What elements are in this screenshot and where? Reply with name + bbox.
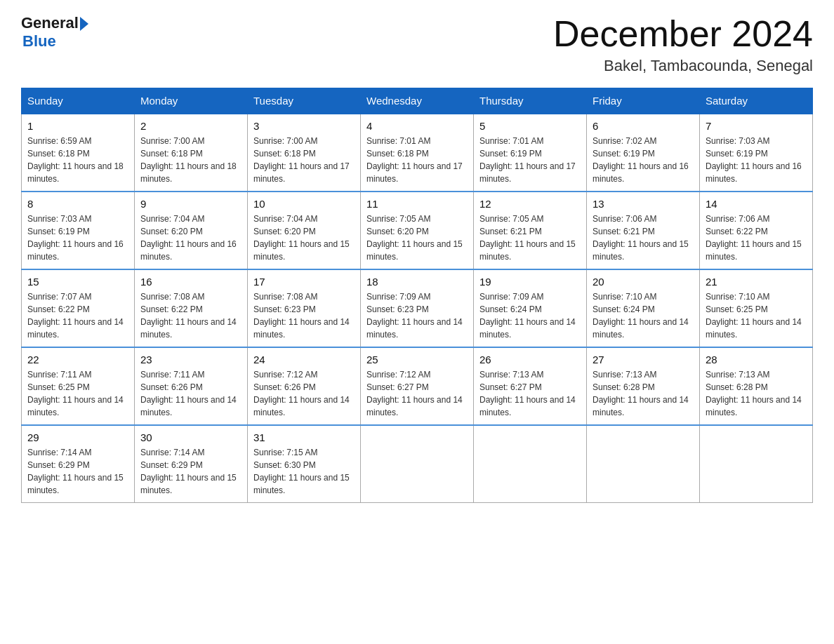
day-info: Sunrise: 7:02 AMSunset: 6:19 PMDaylight:… bbox=[593, 135, 694, 185]
day-info: Sunrise: 7:14 AMSunset: 6:29 PMDaylight:… bbox=[27, 446, 128, 497]
calendar-cell: 3 Sunrise: 7:00 AMSunset: 6:18 PMDayligh… bbox=[248, 114, 361, 192]
day-info: Sunrise: 7:12 AMSunset: 6:26 PMDaylight:… bbox=[253, 368, 355, 419]
calendar-cell: 22 Sunrise: 7:11 AMSunset: 6:25 PMDaylig… bbox=[22, 347, 135, 425]
calendar-cell: 27 Sunrise: 7:13 AMSunset: 6:28 PMDaylig… bbox=[587, 347, 700, 425]
calendar-cell: 8 Sunrise: 7:03 AMSunset: 6:19 PMDayligh… bbox=[22, 192, 135, 269]
day-number: 4 bbox=[366, 120, 468, 132]
day-number: 15 bbox=[27, 276, 128, 288]
calendar-cell: 13 Sunrise: 7:06 AMSunset: 6:21 PMDaylig… bbox=[587, 192, 700, 269]
day-number: 29 bbox=[27, 431, 128, 443]
calendar-cell: 25 Sunrise: 7:12 AMSunset: 6:27 PMDaylig… bbox=[361, 347, 474, 425]
calendar-cell: 21 Sunrise: 7:10 AMSunset: 6:25 PMDaylig… bbox=[700, 269, 813, 347]
day-number: 14 bbox=[706, 198, 807, 210]
day-number: 9 bbox=[140, 198, 241, 210]
day-number: 17 bbox=[253, 276, 355, 288]
day-info: Sunrise: 7:03 AMSunset: 6:19 PMDaylight:… bbox=[706, 135, 807, 185]
day-number: 2 bbox=[140, 120, 241, 132]
day-number: 20 bbox=[593, 276, 694, 288]
col-header-wednesday: Wednesday bbox=[361, 88, 474, 114]
week-row-2: 8 Sunrise: 7:03 AMSunset: 6:19 PMDayligh… bbox=[22, 192, 813, 269]
day-info: Sunrise: 7:04 AMSunset: 6:20 PMDaylight:… bbox=[140, 213, 241, 263]
day-number: 13 bbox=[593, 198, 694, 210]
day-info: Sunrise: 7:11 AMSunset: 6:25 PMDaylight:… bbox=[27, 368, 128, 419]
day-number: 12 bbox=[479, 198, 581, 210]
week-row-4: 22 Sunrise: 7:11 AMSunset: 6:25 PMDaylig… bbox=[22, 347, 813, 425]
day-info: Sunrise: 7:15 AMSunset: 6:30 PMDaylight:… bbox=[253, 446, 355, 497]
calendar-cell: 24 Sunrise: 7:12 AMSunset: 6:26 PMDaylig… bbox=[248, 347, 361, 425]
week-row-1: 1 Sunrise: 6:59 AMSunset: 6:18 PMDayligh… bbox=[22, 114, 813, 192]
logo-blue-text: Blue bbox=[22, 32, 56, 51]
day-info: Sunrise: 7:01 AMSunset: 6:19 PMDaylight:… bbox=[479, 135, 581, 185]
day-info: Sunrise: 7:08 AMSunset: 6:22 PMDaylight:… bbox=[140, 290, 241, 341]
day-number: 5 bbox=[479, 120, 581, 132]
calendar-cell: 10 Sunrise: 7:04 AMSunset: 6:20 PMDaylig… bbox=[248, 192, 361, 269]
calendar-cell: 28 Sunrise: 7:13 AMSunset: 6:28 PMDaylig… bbox=[700, 347, 813, 425]
calendar-cell: 4 Sunrise: 7:01 AMSunset: 6:18 PMDayligh… bbox=[361, 114, 474, 192]
day-number: 30 bbox=[140, 431, 241, 443]
day-number: 10 bbox=[253, 198, 355, 210]
calendar-cell: 29 Sunrise: 7:14 AMSunset: 6:29 PMDaylig… bbox=[22, 425, 135, 503]
day-info: Sunrise: 7:06 AMSunset: 6:22 PMDaylight:… bbox=[706, 213, 807, 263]
calendar-cell bbox=[700, 425, 813, 503]
day-info: Sunrise: 7:10 AMSunset: 6:24 PMDaylight:… bbox=[593, 290, 694, 341]
day-number: 3 bbox=[253, 120, 355, 132]
day-number: 6 bbox=[593, 120, 694, 132]
day-info: Sunrise: 7:00 AMSunset: 6:18 PMDaylight:… bbox=[253, 135, 355, 185]
day-info: Sunrise: 7:08 AMSunset: 6:23 PMDaylight:… bbox=[253, 290, 355, 341]
day-info: Sunrise: 7:01 AMSunset: 6:18 PMDaylight:… bbox=[366, 135, 468, 185]
calendar-cell: 7 Sunrise: 7:03 AMSunset: 6:19 PMDayligh… bbox=[700, 114, 813, 192]
day-number: 28 bbox=[706, 354, 807, 365]
day-info: Sunrise: 7:13 AMSunset: 6:27 PMDaylight:… bbox=[479, 368, 581, 419]
calendar-cell: 16 Sunrise: 7:08 AMSunset: 6:22 PMDaylig… bbox=[135, 269, 248, 347]
calendar-cell: 9 Sunrise: 7:04 AMSunset: 6:20 PMDayligh… bbox=[135, 192, 248, 269]
day-info: Sunrise: 7:09 AMSunset: 6:23 PMDaylight:… bbox=[366, 290, 468, 341]
col-header-monday: Monday bbox=[135, 88, 248, 114]
day-info: Sunrise: 7:06 AMSunset: 6:21 PMDaylight:… bbox=[593, 213, 694, 263]
col-header-saturday: Saturday bbox=[700, 88, 813, 114]
week-row-3: 15 Sunrise: 7:07 AMSunset: 6:22 PMDaylig… bbox=[22, 269, 813, 347]
logo-general-text: General bbox=[21, 14, 79, 32]
day-number: 7 bbox=[706, 120, 807, 132]
day-info: Sunrise: 6:59 AMSunset: 6:18 PMDaylight:… bbox=[27, 135, 128, 185]
day-info: Sunrise: 7:03 AMSunset: 6:19 PMDaylight:… bbox=[27, 213, 128, 263]
calendar-cell: 12 Sunrise: 7:05 AMSunset: 6:21 PMDaylig… bbox=[474, 192, 587, 269]
day-info: Sunrise: 7:11 AMSunset: 6:26 PMDaylight:… bbox=[140, 368, 241, 419]
calendar-cell: 5 Sunrise: 7:01 AMSunset: 6:19 PMDayligh… bbox=[474, 114, 587, 192]
col-header-thursday: Thursday bbox=[474, 88, 587, 114]
day-info: Sunrise: 7:12 AMSunset: 6:27 PMDaylight:… bbox=[366, 368, 468, 419]
day-info: Sunrise: 7:10 AMSunset: 6:25 PMDaylight:… bbox=[706, 290, 807, 341]
day-number: 19 bbox=[479, 276, 581, 288]
week-row-5: 29 Sunrise: 7:14 AMSunset: 6:29 PMDaylig… bbox=[22, 425, 813, 503]
day-number: 18 bbox=[366, 276, 468, 288]
calendar-cell: 18 Sunrise: 7:09 AMSunset: 6:23 PMDaylig… bbox=[361, 269, 474, 347]
calendar-cell: 1 Sunrise: 6:59 AMSunset: 6:18 PMDayligh… bbox=[22, 114, 135, 192]
day-number: 26 bbox=[479, 354, 581, 365]
calendar-subtitle: Bakel, Tambacounda, Senegal bbox=[553, 57, 813, 75]
col-header-tuesday: Tuesday bbox=[248, 88, 361, 114]
day-number: 11 bbox=[366, 198, 468, 210]
logo: General Blue bbox=[21, 14, 88, 51]
calendar-cell: 23 Sunrise: 7:11 AMSunset: 6:26 PMDaylig… bbox=[135, 347, 248, 425]
calendar-cell bbox=[361, 425, 474, 503]
calendar-cell: 14 Sunrise: 7:06 AMSunset: 6:22 PMDaylig… bbox=[700, 192, 813, 269]
calendar-title: December 2024 bbox=[553, 14, 813, 54]
day-number: 8 bbox=[27, 198, 128, 210]
calendar-cell: 30 Sunrise: 7:14 AMSunset: 6:29 PMDaylig… bbox=[135, 425, 248, 503]
page-header: General Blue December 2024 Bakel, Tambac… bbox=[21, 14, 813, 75]
calendar-cell bbox=[587, 425, 700, 503]
title-area: December 2024 Bakel, Tambacounda, Senega… bbox=[553, 14, 813, 75]
day-info: Sunrise: 7:13 AMSunset: 6:28 PMDaylight:… bbox=[706, 368, 807, 419]
calendar-cell: 26 Sunrise: 7:13 AMSunset: 6:27 PMDaylig… bbox=[474, 347, 587, 425]
day-number: 16 bbox=[140, 276, 241, 288]
calendar-cell: 31 Sunrise: 7:15 AMSunset: 6:30 PMDaylig… bbox=[248, 425, 361, 503]
day-info: Sunrise: 7:13 AMSunset: 6:28 PMDaylight:… bbox=[593, 368, 694, 419]
day-info: Sunrise: 7:05 AMSunset: 6:20 PMDaylight:… bbox=[366, 213, 468, 263]
day-info: Sunrise: 7:07 AMSunset: 6:22 PMDaylight:… bbox=[27, 290, 128, 341]
day-info: Sunrise: 7:05 AMSunset: 6:21 PMDaylight:… bbox=[479, 213, 581, 263]
day-number: 22 bbox=[27, 354, 128, 365]
calendar-cell: 20 Sunrise: 7:10 AMSunset: 6:24 PMDaylig… bbox=[587, 269, 700, 347]
header-row: SundayMondayTuesdayWednesdayThursdayFrid… bbox=[22, 88, 813, 114]
calendar-cell: 15 Sunrise: 7:07 AMSunset: 6:22 PMDaylig… bbox=[22, 269, 135, 347]
calendar-cell: 17 Sunrise: 7:08 AMSunset: 6:23 PMDaylig… bbox=[248, 269, 361, 347]
calendar-table: SundayMondayTuesdayWednesdayThursdayFrid… bbox=[21, 88, 813, 503]
